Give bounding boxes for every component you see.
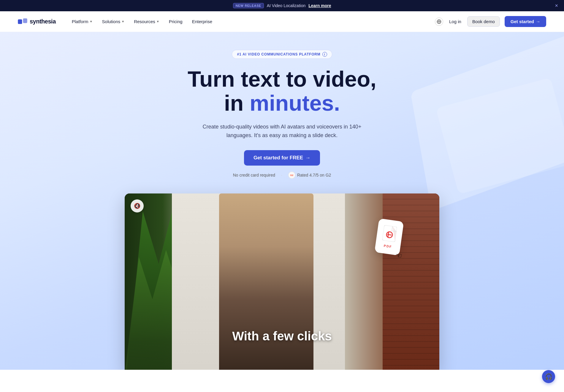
banner-close-button[interactable]: × xyxy=(555,3,558,8)
get-started-nav-button[interactable]: Get started → xyxy=(505,16,546,27)
svg-rect-0 xyxy=(18,19,22,24)
hero-title: Turn text to video, in minutes. xyxy=(188,67,376,115)
pdf-badge: PDF ☜ xyxy=(374,218,404,256)
nav-pricing-label: Pricing xyxy=(169,19,183,24)
nav-right: Log in Book demo Get started → xyxy=(435,16,546,27)
g2-rating-text: Rated 4.7/5 on G2 xyxy=(297,173,331,177)
hero-title-line1: Turn text to video, xyxy=(188,67,376,91)
video-container[interactable]: With a few clicks 🔇 PDF xyxy=(125,193,439,370)
nav-solutions-label: Solutions xyxy=(102,19,121,24)
mute-icon: 🔇 xyxy=(134,203,140,209)
nav-platform-chevron: ▼ xyxy=(90,20,93,23)
hero-subtitle: Create studio-quality videos with AI ava… xyxy=(199,123,365,140)
hero-badge: #1 AI VIDEO COMMUNICATIONS PLATFORM i xyxy=(232,50,332,59)
meta-divider: · xyxy=(281,173,282,177)
logo-text: synthesia xyxy=(30,18,56,25)
top-banner: NEW RELEASE AI Video Localization Learn … xyxy=(0,0,564,11)
hero-title-highlight: minutes. xyxy=(250,91,340,115)
g2-rating: G2 Rated 4.7/5 on G2 xyxy=(288,172,331,179)
nav-links: Platform ▼ Solutions ▼ Resources ▼ Prici… xyxy=(68,17,435,26)
cursor-icon: ☜ xyxy=(395,251,403,260)
nav-enterprise[interactable]: Enterprise xyxy=(188,17,216,26)
get-started-nav-arrow: → xyxy=(536,19,540,24)
navigation: synthesia Platform ▼ Solutions ▼ Resourc… xyxy=(0,11,564,32)
nav-pricing[interactable]: Pricing xyxy=(165,17,187,26)
nav-solutions[interactable]: Solutions ▼ xyxy=(98,17,129,26)
svg-rect-1 xyxy=(23,18,27,23)
video-overlay-text: With a few clicks xyxy=(125,329,439,343)
hero-badge-text: #1 AI VIDEO COMMUNICATIONS PLATFORM xyxy=(237,52,320,56)
nav-platform-label: Platform xyxy=(72,19,88,24)
nav-resources-chevron: ▼ xyxy=(156,20,159,23)
login-button[interactable]: Log in xyxy=(448,17,462,26)
get-started-nav-label: Get started xyxy=(511,19,534,24)
pdf-icon xyxy=(382,225,397,245)
nav-solutions-chevron: ▼ xyxy=(121,20,124,23)
nav-resources[interactable]: Resources ▼ xyxy=(130,17,164,26)
video-inner: With a few clicks 🔇 PDF xyxy=(125,193,439,370)
logo-icon xyxy=(18,18,27,25)
hero-cta-arrow: → xyxy=(305,155,310,161)
logo[interactable]: synthesia xyxy=(18,18,56,25)
g2-logo-icon: G2 xyxy=(288,172,295,179)
no-credit-text: No credit card required xyxy=(233,173,275,177)
banner-learn-more[interactable]: Learn more xyxy=(308,3,331,8)
hero-meta: No credit card required · G2 Rated 4.7/5… xyxy=(233,172,331,179)
hero-cta-label: Get started for FREE xyxy=(254,155,303,161)
globe-button[interactable] xyxy=(435,18,443,26)
globe-icon xyxy=(437,19,441,24)
nav-enterprise-label: Enterprise xyxy=(192,19,212,24)
hero-section: #1 AI VIDEO COMMUNICATIONS PLATFORM i Tu… xyxy=(0,32,564,370)
book-demo-button[interactable]: Book demo xyxy=(467,16,500,27)
hero-cta-button[interactable]: Get started for FREE → xyxy=(244,150,320,166)
nav-platform[interactable]: Platform ▼ xyxy=(68,17,97,26)
hero-title-line2: in xyxy=(224,91,250,115)
info-icon[interactable]: i xyxy=(322,52,327,57)
pdf-file-icon xyxy=(382,225,397,242)
nav-resources-label: Resources xyxy=(134,19,155,24)
pdf-label: PDF xyxy=(384,244,392,249)
banner-text: AI Video Localization xyxy=(267,3,306,8)
banner-badge: NEW RELEASE xyxy=(233,3,264,8)
